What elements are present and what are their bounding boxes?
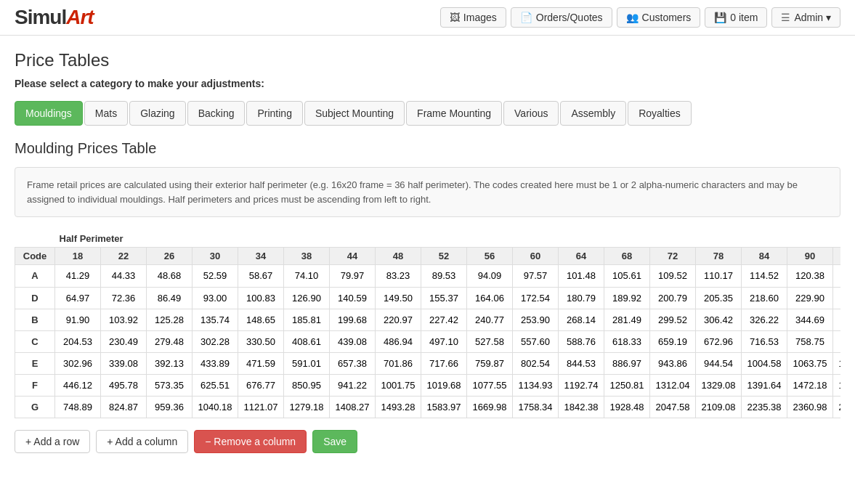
price-input[interactable] xyxy=(838,314,840,325)
price-input[interactable] xyxy=(609,270,645,281)
price-cell[interactable] xyxy=(650,374,696,396)
price-input[interactable] xyxy=(792,402,828,412)
price-cell[interactable] xyxy=(467,352,513,374)
price-cell[interactable] xyxy=(376,309,421,330)
price-cell[interactable] xyxy=(559,287,604,309)
price-input[interactable] xyxy=(471,380,508,391)
price-input[interactable] xyxy=(197,380,233,391)
price-input[interactable] xyxy=(60,336,96,347)
price-input[interactable] xyxy=(151,358,187,369)
price-input[interactable] xyxy=(243,380,279,391)
price-input[interactable] xyxy=(426,402,462,412)
price-cell[interactable] xyxy=(55,309,101,330)
price-input[interactable] xyxy=(105,380,142,391)
price-input[interactable] xyxy=(105,314,142,325)
price-input[interactable] xyxy=(471,402,508,412)
price-input[interactable] xyxy=(746,358,782,369)
price-input[interactable] xyxy=(197,358,233,369)
price-cell[interactable] xyxy=(787,265,833,288)
add-column-button[interactable]: + Add a column xyxy=(96,430,188,453)
price-input[interactable] xyxy=(197,293,233,304)
price-cell[interactable] xyxy=(421,287,467,309)
price-cell[interactable] xyxy=(467,309,513,330)
price-input[interactable] xyxy=(563,380,599,391)
price-cell[interactable] xyxy=(101,309,147,330)
price-input[interactable] xyxy=(151,380,187,391)
price-cell[interactable] xyxy=(193,287,238,309)
price-cell[interactable] xyxy=(330,374,376,396)
price-cell[interactable] xyxy=(55,396,101,418)
price-input[interactable] xyxy=(471,270,508,281)
price-cell[interactable] xyxy=(742,330,787,352)
price-input[interactable] xyxy=(700,380,737,391)
price-input[interactable] xyxy=(700,402,737,412)
price-cell[interactable] xyxy=(604,396,650,418)
price-cell[interactable] xyxy=(147,330,193,352)
price-cell[interactable] xyxy=(833,287,841,309)
price-cell[interactable] xyxy=(147,265,193,288)
tab-mats[interactable]: Mats xyxy=(84,101,128,126)
nav-admin[interactable]: ☰Admin ▾ xyxy=(771,7,840,28)
price-input[interactable] xyxy=(655,358,691,369)
price-cell[interactable] xyxy=(238,309,284,330)
price-cell[interactable] xyxy=(787,374,833,396)
price-input[interactable] xyxy=(380,358,416,369)
price-cell[interactable] xyxy=(376,287,421,309)
price-cell[interactable] xyxy=(193,330,238,352)
price-cell[interactable] xyxy=(101,352,147,374)
price-cell[interactable] xyxy=(833,265,841,288)
price-cell[interactable] xyxy=(787,330,833,352)
price-input[interactable] xyxy=(380,336,416,347)
price-cell[interactable] xyxy=(238,265,284,288)
price-cell[interactable] xyxy=(238,352,284,374)
tab-frame-mounting[interactable]: Frame Mounting xyxy=(406,101,502,126)
price-input[interactable] xyxy=(334,358,370,369)
price-input[interactable] xyxy=(151,270,187,281)
price-cell[interactable] xyxy=(238,330,284,352)
add-row-button[interactable]: + Add a row xyxy=(15,430,90,453)
price-input[interactable] xyxy=(288,358,325,369)
price-cell[interactable] xyxy=(787,352,833,374)
price-input[interactable] xyxy=(105,270,142,281)
price-cell[interactable] xyxy=(467,287,513,309)
price-cell[interactable] xyxy=(193,265,238,288)
price-input[interactable] xyxy=(243,336,279,347)
price-input[interactable] xyxy=(334,402,370,412)
price-cell[interactable] xyxy=(101,330,147,352)
price-cell[interactable] xyxy=(604,287,650,309)
price-cell[interactable] xyxy=(147,352,193,374)
price-cell[interactable] xyxy=(696,352,742,374)
price-input[interactable] xyxy=(288,314,325,325)
price-input[interactable] xyxy=(426,314,462,325)
price-input[interactable] xyxy=(471,336,508,347)
price-cell[interactable] xyxy=(650,309,696,330)
price-cell[interactable] xyxy=(742,265,787,288)
price-input[interactable] xyxy=(380,402,416,412)
price-cell[interactable] xyxy=(604,309,650,330)
price-input[interactable] xyxy=(655,314,691,325)
price-input[interactable] xyxy=(243,314,279,325)
price-input[interactable] xyxy=(792,293,828,304)
price-cell[interactable] xyxy=(833,330,841,352)
price-input[interactable] xyxy=(792,314,828,325)
price-cell[interactable] xyxy=(421,374,467,396)
price-cell[interactable] xyxy=(467,265,513,288)
price-cell[interactable] xyxy=(696,309,742,330)
price-cell[interactable] xyxy=(604,330,650,352)
price-input[interactable] xyxy=(838,402,840,412)
price-input[interactable] xyxy=(380,380,416,391)
price-cell[interactable] xyxy=(421,396,467,418)
price-cell[interactable] xyxy=(513,309,559,330)
price-input[interactable] xyxy=(426,380,462,391)
price-cell[interactable] xyxy=(787,287,833,309)
price-input[interactable] xyxy=(746,314,782,325)
price-input[interactable] xyxy=(563,270,599,281)
price-cell[interactable] xyxy=(650,330,696,352)
save-button[interactable]: Save xyxy=(312,430,357,453)
price-cell[interactable] xyxy=(55,287,101,309)
price-input[interactable] xyxy=(243,402,279,412)
price-cell[interactable] xyxy=(559,396,604,418)
tab-various[interactable]: Various xyxy=(503,101,559,126)
price-input[interactable] xyxy=(609,293,645,304)
price-input[interactable] xyxy=(151,402,187,412)
